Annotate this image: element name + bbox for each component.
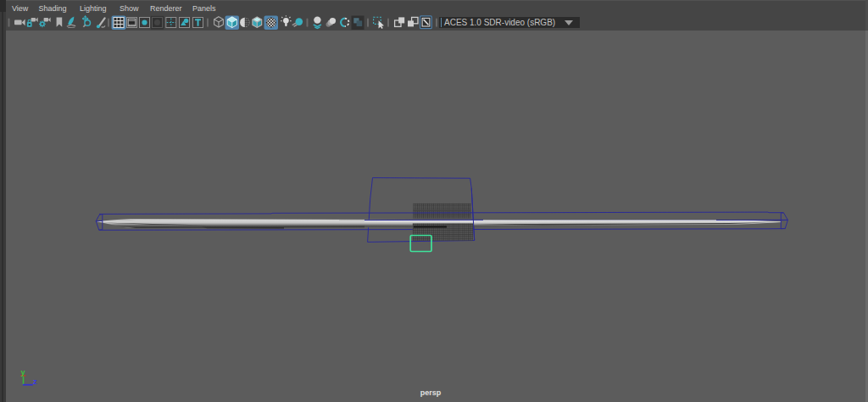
svg-text:y: y [21,368,25,377]
svg-text:z: z [33,377,37,386]
